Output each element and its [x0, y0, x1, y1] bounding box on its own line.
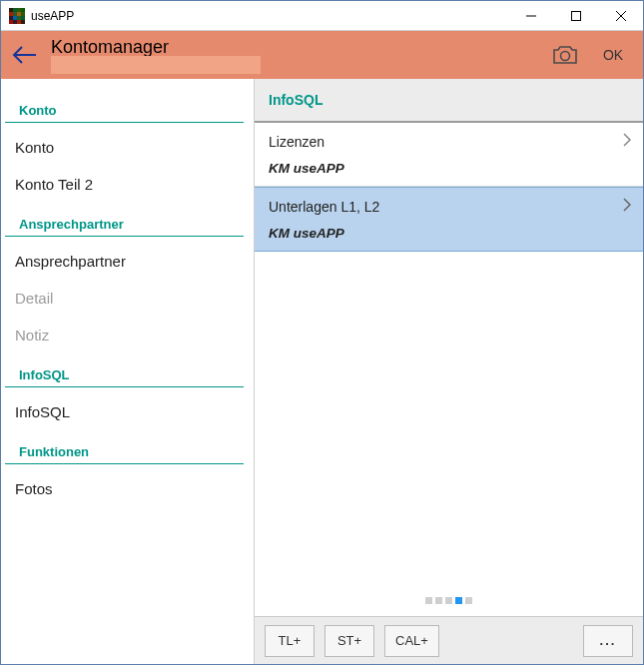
- sidebar-section-konto: Konto: [5, 89, 244, 123]
- sidebar: Konto Konto Konto Teil 2 Ansprechpartner…: [1, 79, 255, 664]
- main-header: InfoSQL: [255, 79, 643, 123]
- list-item[interactable]: Lizenzen KM useAPP: [255, 123, 643, 187]
- sidebar-item-fotos[interactable]: Fotos: [1, 470, 254, 507]
- maximize-icon: [571, 11, 581, 21]
- title-highlight: [51, 56, 261, 74]
- body: Konto Konto Konto Teil 2 Ansprechpartner…: [1, 79, 643, 664]
- pager: [255, 589, 643, 616]
- pager-dot[interactable]: [445, 597, 452, 604]
- pager-dot[interactable]: [465, 597, 472, 604]
- app-window: useAPP Kontomanager OK: [0, 0, 644, 665]
- sidebar-item-ansprechpartner[interactable]: Ansprechpartner: [1, 243, 254, 280]
- sidebar-item-konto-teil-2[interactable]: Konto Teil 2: [1, 166, 254, 203]
- sidebar-item-detail[interactable]: Detail: [1, 280, 254, 317]
- back-arrow-icon: [12, 45, 38, 65]
- window-title: useAPP: [31, 9, 508, 23]
- back-button[interactable]: [7, 37, 43, 73]
- pager-dot[interactable]: [435, 597, 442, 604]
- sidebar-item-infosql[interactable]: InfoSQL: [1, 393, 254, 430]
- sidebar-item-notiz[interactable]: Notiz: [1, 317, 254, 353]
- page-title: Kontomanager: [51, 37, 261, 58]
- maximize-button[interactable]: [553, 1, 598, 30]
- toolbar-more-button[interactable]: ...: [583, 625, 633, 657]
- list-item-subtitle: KM useAPP: [269, 157, 631, 178]
- chevron-right-icon: [623, 133, 631, 151]
- app-icon: [9, 8, 25, 24]
- page-title-wrap: Kontomanager: [51, 37, 261, 74]
- pager-dot[interactable]: [425, 597, 432, 604]
- list-item-title: Unterlagen L1, L2: [269, 199, 379, 215]
- close-icon: [616, 11, 626, 21]
- toolbar-button-cal[interactable]: CAL+: [384, 625, 439, 657]
- toolbar-button-tl[interactable]: TL+: [265, 625, 315, 657]
- sidebar-section-ansprechpartner: Ansprechpartner: [5, 203, 244, 237]
- list-item-subtitle: KM useAPP: [269, 222, 631, 243]
- camera-button[interactable]: [545, 37, 585, 73]
- header-bar: Kontomanager OK: [1, 31, 643, 79]
- toolbar-button-st[interactable]: ST+: [324, 625, 374, 657]
- main-panel: InfoSQL Lizenzen KM useAPP Unterlagen L1…: [255, 79, 643, 664]
- bottom-toolbar: TL+ ST+ CAL+ ...: [255, 616, 643, 664]
- camera-icon: [552, 45, 578, 65]
- svg-point-5: [561, 52, 570, 61]
- minimize-button[interactable]: [508, 1, 553, 30]
- close-button[interactable]: [598, 1, 643, 30]
- sidebar-section-infosql: InfoSQL: [5, 353, 244, 387]
- svg-rect-1: [571, 11, 580, 20]
- pager-dot-active[interactable]: [455, 597, 462, 604]
- main-list: Lizenzen KM useAPP Unterlagen L1, L2: [255, 123, 643, 589]
- list-item[interactable]: Unterlagen L1, L2 KM useAPP: [255, 187, 643, 252]
- chevron-right-icon: [623, 198, 631, 216]
- ok-button[interactable]: OK: [593, 37, 633, 73]
- sidebar-item-konto[interactable]: Konto: [1, 129, 254, 166]
- titlebar: useAPP: [1, 1, 643, 31]
- sidebar-section-funktionen: Funktionen: [5, 430, 244, 464]
- list-item-title: Lizenzen: [269, 134, 324, 150]
- minimize-icon: [526, 11, 536, 21]
